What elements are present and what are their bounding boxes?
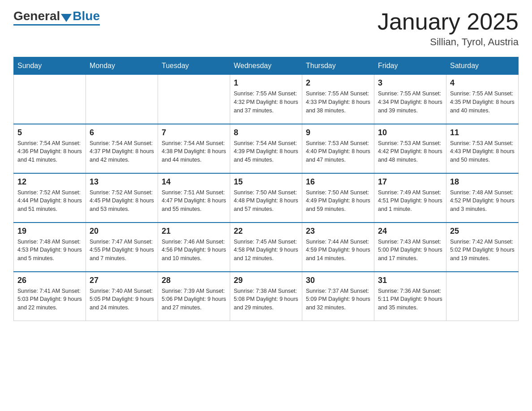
day-number: 22	[234, 227, 298, 236]
day-info: Sunrise: 7:52 AM Sunset: 4:45 PM Dayligh…	[90, 188, 154, 214]
calendar-cell: 15Sunrise: 7:50 AM Sunset: 4:48 PM Dayli…	[230, 173, 302, 223]
day-info: Sunrise: 7:43 AM Sunset: 5:00 PM Dayligh…	[378, 238, 442, 263]
calendar-cell: 29Sunrise: 7:38 AM Sunset: 5:08 PM Dayli…	[230, 272, 302, 321]
weekday-header-wednesday: Wednesday	[230, 57, 302, 75]
calendar-cell: 2Sunrise: 7:55 AM Sunset: 4:33 PM Daylig…	[302, 75, 374, 124]
day-number: 21	[162, 227, 226, 236]
logo-blue-text: Blue	[73, 9, 100, 23]
weekday-header-monday: Monday	[86, 57, 158, 75]
day-number: 9	[306, 128, 370, 137]
calendar-cell: 9Sunrise: 7:53 AM Sunset: 4:40 PM Daylig…	[302, 124, 374, 173]
day-info: Sunrise: 7:37 AM Sunset: 5:09 PM Dayligh…	[306, 287, 370, 312]
day-info: Sunrise: 7:42 AM Sunset: 5:02 PM Dayligh…	[450, 238, 515, 263]
day-info: Sunrise: 7:38 AM Sunset: 5:08 PM Dayligh…	[234, 287, 298, 312]
day-number: 14	[162, 177, 226, 187]
day-number: 30	[306, 276, 370, 285]
calendar-cell: 28Sunrise: 7:39 AM Sunset: 5:06 PM Dayli…	[158, 272, 230, 321]
day-info: Sunrise: 7:55 AM Sunset: 4:33 PM Dayligh…	[306, 90, 370, 115]
day-number: 4	[450, 78, 515, 88]
day-number: 11	[450, 128, 515, 137]
logo-general-text: General	[13, 9, 60, 23]
day-info: Sunrise: 7:49 AM Sunset: 4:51 PM Dayligh…	[378, 188, 442, 214]
day-info: Sunrise: 7:53 AM Sunset: 4:42 PM Dayligh…	[378, 139, 442, 164]
day-info: Sunrise: 7:54 AM Sunset: 4:36 PM Dayligh…	[17, 139, 82, 164]
day-number: 7	[162, 128, 226, 137]
weekday-header-saturday: Saturday	[446, 57, 519, 75]
day-info: Sunrise: 7:54 AM Sunset: 4:39 PM Dayligh…	[234, 139, 298, 164]
day-number: 5	[17, 128, 82, 137]
calendar-cell: 27Sunrise: 7:40 AM Sunset: 5:05 PM Dayli…	[86, 272, 158, 321]
day-info: Sunrise: 7:53 AM Sunset: 4:40 PM Dayligh…	[306, 139, 370, 164]
calendar-cell: 11Sunrise: 7:53 AM Sunset: 4:43 PM Dayli…	[446, 124, 519, 173]
calendar-cell: 17Sunrise: 7:49 AM Sunset: 4:51 PM Dayli…	[374, 173, 446, 223]
calendar-cell: 7Sunrise: 7:54 AM Sunset: 4:38 PM Daylig…	[158, 124, 230, 173]
day-number: 29	[234, 276, 298, 285]
day-info: Sunrise: 7:41 AM Sunset: 5:03 PM Dayligh…	[17, 287, 82, 312]
calendar-cell: 24Sunrise: 7:43 AM Sunset: 5:00 PM Dayli…	[374, 223, 446, 272]
day-info: Sunrise: 7:52 AM Sunset: 4:44 PM Dayligh…	[17, 188, 82, 214]
day-info: Sunrise: 7:54 AM Sunset: 4:38 PM Dayligh…	[162, 139, 226, 164]
calendar-table: SundayMondayTuesdayWednesdayThursdayFrid…	[13, 57, 519, 321]
weekday-header-friday: Friday	[374, 57, 446, 75]
calendar-cell: 3Sunrise: 7:55 AM Sunset: 4:34 PM Daylig…	[374, 75, 446, 124]
calendar-cell: 19Sunrise: 7:48 AM Sunset: 4:53 PM Dayli…	[14, 223, 86, 272]
day-number: 19	[17, 227, 82, 236]
calendar-cell: 8Sunrise: 7:54 AM Sunset: 4:39 PM Daylig…	[230, 124, 302, 173]
calendar-cell: 21Sunrise: 7:46 AM Sunset: 4:56 PM Dayli…	[158, 223, 230, 272]
calendar-cell: 16Sunrise: 7:50 AM Sunset: 4:49 PM Dayli…	[302, 173, 374, 223]
day-info: Sunrise: 7:54 AM Sunset: 4:37 PM Dayligh…	[90, 139, 154, 164]
day-info: Sunrise: 7:55 AM Sunset: 4:34 PM Dayligh…	[378, 90, 442, 115]
calendar-cell	[158, 75, 230, 124]
day-info: Sunrise: 7:55 AM Sunset: 4:35 PM Dayligh…	[450, 90, 515, 115]
day-info: Sunrise: 7:53 AM Sunset: 4:43 PM Dayligh…	[450, 139, 515, 164]
day-number: 18	[450, 177, 515, 187]
day-number: 12	[17, 177, 82, 187]
day-info: Sunrise: 7:48 AM Sunset: 4:52 PM Dayligh…	[450, 188, 515, 214]
day-info: Sunrise: 7:55 AM Sunset: 4:32 PM Dayligh…	[234, 90, 298, 115]
day-number: 6	[90, 128, 154, 137]
day-info: Sunrise: 7:46 AM Sunset: 4:56 PM Dayligh…	[162, 238, 226, 263]
calendar-cell: 6Sunrise: 7:54 AM Sunset: 4:37 PM Daylig…	[86, 124, 158, 173]
day-info: Sunrise: 7:47 AM Sunset: 4:55 PM Dayligh…	[90, 238, 154, 263]
calendar-cell: 18Sunrise: 7:48 AM Sunset: 4:52 PM Dayli…	[446, 173, 519, 223]
day-number: 31	[378, 276, 442, 285]
day-info: Sunrise: 7:39 AM Sunset: 5:06 PM Dayligh…	[162, 287, 226, 312]
day-number: 1	[234, 78, 298, 88]
day-info: Sunrise: 7:50 AM Sunset: 4:48 PM Dayligh…	[234, 188, 298, 214]
calendar-cell: 25Sunrise: 7:42 AM Sunset: 5:02 PM Dayli…	[446, 223, 519, 272]
day-number: 28	[162, 276, 226, 285]
calendar-cell: 14Sunrise: 7:51 AM Sunset: 4:47 PM Dayli…	[158, 173, 230, 223]
day-number: 20	[90, 227, 154, 236]
day-info: Sunrise: 7:40 AM Sunset: 5:05 PM Dayligh…	[90, 287, 154, 312]
calendar-cell: 30Sunrise: 7:37 AM Sunset: 5:09 PM Dayli…	[302, 272, 374, 321]
calendar-cell: 23Sunrise: 7:44 AM Sunset: 4:59 PM Dayli…	[302, 223, 374, 272]
calendar-cell: 5Sunrise: 7:54 AM Sunset: 4:36 PM Daylig…	[14, 124, 86, 173]
logo: General Blue	[13, 9, 100, 26]
weekday-header-tuesday: Tuesday	[158, 57, 230, 75]
day-number: 3	[378, 78, 442, 88]
calendar-cell: 22Sunrise: 7:45 AM Sunset: 4:58 PM Dayli…	[230, 223, 302, 272]
day-number: 23	[306, 227, 370, 236]
day-number: 13	[90, 177, 154, 187]
logo-triangle-icon	[61, 14, 72, 22]
weekday-header-thursday: Thursday	[302, 57, 374, 75]
day-number: 25	[450, 227, 515, 236]
day-number: 27	[90, 276, 154, 285]
day-number: 26	[17, 276, 82, 285]
day-number: 10	[378, 128, 442, 137]
calendar-cell	[86, 75, 158, 124]
day-number: 2	[306, 78, 370, 88]
day-number: 8	[234, 128, 298, 137]
month-title: January 2025	[378, 9, 519, 34]
day-info: Sunrise: 7:50 AM Sunset: 4:49 PM Dayligh…	[306, 188, 370, 214]
day-number: 24	[378, 227, 442, 236]
calendar-cell: 26Sunrise: 7:41 AM Sunset: 5:03 PM Dayli…	[14, 272, 86, 321]
calendar-cell: 20Sunrise: 7:47 AM Sunset: 4:55 PM Dayli…	[86, 223, 158, 272]
calendar-cell	[446, 272, 519, 321]
day-number: 17	[378, 177, 442, 187]
page-header: General Blue January 2025 Sillian, Tyrol…	[13, 9, 519, 48]
day-info: Sunrise: 7:44 AM Sunset: 4:59 PM Dayligh…	[306, 238, 370, 263]
day-info: Sunrise: 7:45 AM Sunset: 4:58 PM Dayligh…	[234, 238, 298, 263]
day-number: 16	[306, 177, 370, 187]
logo-underline	[13, 24, 100, 26]
